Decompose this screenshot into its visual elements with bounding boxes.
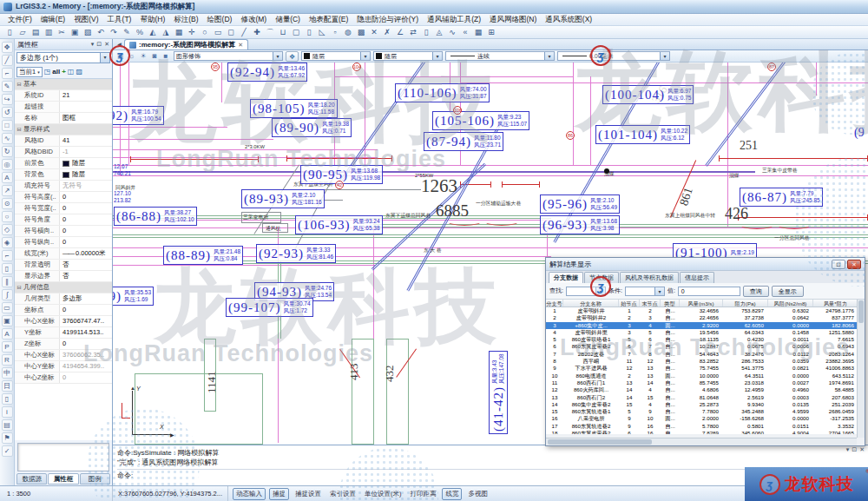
menu-item[interactable]: 地表配置(E) <box>305 14 352 26</box>
property-row[interactable]: 填充符号无符号 <box>15 181 112 192</box>
chevron-down-icon[interactable]: ▾ <box>595 287 605 295</box>
close-icon[interactable]: ✕ <box>238 42 243 49</box>
find-combo[interactable]: ▾ <box>566 287 606 296</box>
edge-label[interactable]: (92-93)风量:3.33风压:81.46 <box>256 244 336 263</box>
property-row[interactable]: Y坐标4199114.513.. <box>15 327 112 339</box>
table-row[interactable]: 17860东翼轨道巷2916自...5.78000.58010.01513.35… <box>546 423 865 430</box>
menu-item[interactable]: 文件(F) <box>3 14 36 26</box>
menu-item[interactable]: 视图(V) <box>69 14 102 26</box>
current-combo[interactable]: 当前1 ▾ <box>16 67 43 77</box>
edge-label[interactable]: (110-106)风量:74.00风压:31.87 <box>395 83 490 102</box>
all-button[interactable]: all <box>52 68 60 76</box>
status-toggle-button[interactable]: 捕捉设置 <box>293 489 324 499</box>
save-icon[interactable]: ▤ <box>30 27 42 38</box>
collapse-icon[interactable]: ⊟ <box>15 79 23 89</box>
erase-tool-icon[interactable]: ✕ <box>368 27 380 38</box>
edit-icon[interactable]: ▨ <box>76 68 82 76</box>
dropdown-icon[interactable]: ▾ <box>846 446 850 453</box>
table-row[interactable]: 4皮带明斜井里35自...19.545664.03430.14581251.58… <box>546 329 865 336</box>
cone-tool-icon[interactable]: ◬ <box>433 27 445 38</box>
filter-icon[interactable]: ◫ <box>68 68 75 76</box>
move-tool-icon[interactable]: ✛ <box>186 27 198 38</box>
column-header[interactable]: 末节点 <box>640 300 661 307</box>
chevron-down-icon[interactable]: ▾ <box>100 53 109 63</box>
menu-item[interactable]: 修改(M) <box>236 14 271 26</box>
status-toggle-button[interactable]: 多视图 <box>465 489 490 499</box>
edge-label[interactable]: (41-42)风量:3.43风压:147.08 <box>489 351 508 434</box>
arc-draw-icon[interactable]: ↪ <box>2 94 13 105</box>
sun-icon[interactable]: ☀ <box>138 52 148 60</box>
rect2-tool-icon[interactable]: ▭ <box>2 302 13 313</box>
chevron-down-icon[interactable]: ▾ <box>544 52 554 60</box>
selection-type-combo[interactable]: 多边形 (1个) ▾ <box>16 52 110 63</box>
spline-tool-icon[interactable]: ∿ <box>446 27 458 38</box>
ellipse-tool-icon[interactable]: ○ <box>2 211 13 222</box>
edge-label[interactable]: (89-90)风量:19.38风压:0.71 <box>272 118 352 137</box>
status-toggle-button[interactable]: 单位设置(米) <box>362 489 404 499</box>
link-icon[interactable]: ◳ <box>44 68 51 76</box>
chevron-down-icon[interactable]: ▾ <box>654 287 664 295</box>
sphere-tool-icon[interactable]: ◍ <box>342 27 354 38</box>
property-row[interactable]: 符号高度(..0 <box>15 192 112 203</box>
menu-item[interactable]: 隐患防治与评价(Y) <box>352 14 423 26</box>
status-toggle-button[interactable]: 打印距离 <box>407 489 438 499</box>
node-circle[interactable]: 86 <box>566 131 575 140</box>
results-tab[interactable]: 风机及等积孔数据 <box>620 272 679 283</box>
swatch-icon[interactable]: ■ <box>161 52 171 60</box>
offset-tool-icon[interactable]: « <box>459 27 471 38</box>
page-tool-icon[interactable]: ▯ <box>2 263 13 274</box>
circle-tool-icon[interactable]: ○ <box>199 27 211 38</box>
sheet-tool-icon[interactable]: ▯ <box>303 27 315 38</box>
flag-tool-icon[interactable]: ⚑ <box>2 432 13 444</box>
property-row[interactable]: 几何类型多边形 <box>15 293 112 305</box>
add-icon[interactable]: + <box>62 68 66 76</box>
tab-nav-left-icon[interactable]: ◀ <box>115 40 124 49</box>
query-button[interactable]: 查询 <box>743 286 769 297</box>
circle-draw-icon[interactable]: ◎ <box>2 159 13 170</box>
menu-item[interactable]: 编辑(E) <box>36 14 69 26</box>
new-file-icon[interactable]: ▯ <box>3 27 16 38</box>
property-row[interactable]: 坐标点0 <box>15 305 112 316</box>
property-row[interactable]: 符号角度0 <box>15 214 112 226</box>
restore-icon[interactable]: ⊡ <box>832 260 845 269</box>
column-header[interactable]: 分支号 <box>546 300 563 307</box>
pan-tool-icon[interactable]: ✥ <box>2 42 13 53</box>
wedge-tool-icon[interactable]: ◺ <box>316 27 328 38</box>
property-row[interactable]: 背景色随层 <box>15 169 112 181</box>
command-window[interactable]: ▾ ⊡ ✕ 命令:SysSimulate : 网络模拟解算 "完成" : 通风系… <box>113 445 868 485</box>
property-row[interactable]: 前景色随层 <box>15 158 112 169</box>
table-row[interactable]: 3+860集中皮...34圆...2.920062.60500.0000182.… <box>546 322 865 329</box>
property-row[interactable]: 中心Z坐标0 <box>15 372 112 384</box>
node-circle[interactable]: 106 <box>453 106 462 115</box>
frame-tool-icon[interactable]: ▣ <box>2 315 13 326</box>
node-circle[interactable]: 42 <box>335 181 344 189</box>
swap-tool-icon[interactable]: ⇄ <box>407 27 419 38</box>
results-tab[interactable]: 节点数据 <box>584 272 619 283</box>
sun-tool-icon[interactable]: 日 <box>2 380 13 392</box>
edge-label[interactable]: (92-94)风量:13.46风压:67.92 <box>227 63 307 82</box>
menu-item[interactable]: 通风辅助工具(Z) <box>423 14 485 26</box>
integral-tool-icon[interactable]: ∫ <box>2 289 13 300</box>
value-input[interactable]: 0 <box>678 287 740 296</box>
status-toggle-button[interactable]: 动态输入 <box>233 488 266 500</box>
command-prompt[interactable]: 命令: <box>117 471 864 480</box>
background-color-combo[interactable]: 随层 ▾ <box>373 51 443 61</box>
property-row[interactable]: 显示边界否 <box>15 271 112 282</box>
point-tool-icon[interactable]: ⊙ <box>2 198 13 209</box>
angle-tool-icon[interactable]: ∠ <box>394 27 406 38</box>
property-group-row[interactable]: ⊟基本 <box>15 79 112 90</box>
polyline-draw-icon[interactable]: ⌐ <box>2 68 13 79</box>
table-row[interactable]: 16八采变电所910圆...2.0000-158.62680.0000-317.… <box>546 415 865 422</box>
corner-tool-icon[interactable]: ⌐ <box>2 250 13 261</box>
edge-label[interactable]: (98-105)风量:18.20风压:11.58 <box>250 99 338 118</box>
panel-tab[interactable]: 属性框 <box>48 473 78 485</box>
chevron-down-icon[interactable]: ▾ <box>432 52 442 60</box>
bulb-icon[interactable]: ☼ <box>127 52 137 60</box>
column-header[interactable]: 始节点 <box>619 300 640 307</box>
table-row[interactable]: 12860火药库回...144自...4.680612.49590.496058… <box>546 386 865 393</box>
results-tab[interactable]: 分支数据 <box>549 272 583 283</box>
close-icon[interactable]: ✕ <box>104 41 109 48</box>
results-dialog[interactable]: 解算结果显示 ⊡ ✕ 分支数据节点数据风机及等积孔数据信息提示 查找: ▾ 条件… <box>545 257 865 446</box>
plus-tool-icon[interactable]: ✚ <box>251 27 263 38</box>
table-row[interactable]: 18860东翼皮带巷2616自...7.8289345.60604.900427… <box>546 430 865 434</box>
